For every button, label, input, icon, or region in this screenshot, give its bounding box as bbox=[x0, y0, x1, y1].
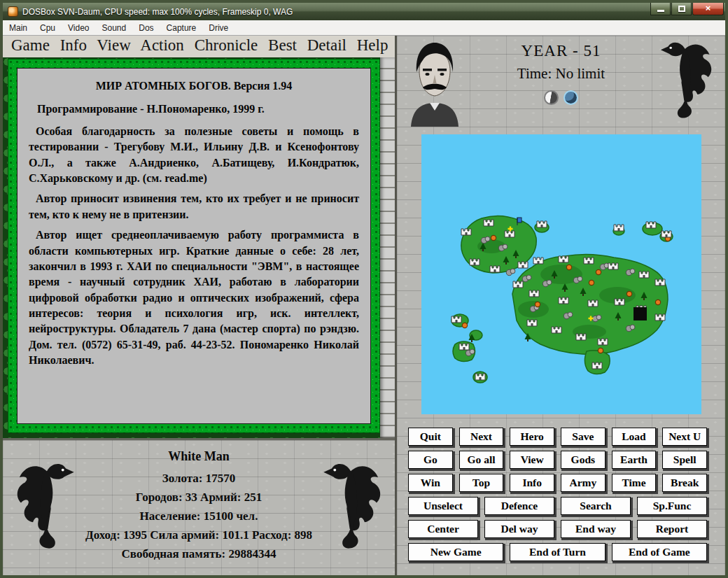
dosbox-window: DOSBox SVN-Daum, CPU speed: max 100% cyc… bbox=[0, 0, 728, 578]
menu-game[interactable]: Game bbox=[11, 36, 50, 54]
menubar-main[interactable]: Main bbox=[3, 20, 34, 35]
window-controls: × bbox=[650, 3, 724, 15]
dialog-title: МИР АТОМНЫХ БОГОВ. Версия 1.94 bbox=[29, 78, 359, 94]
maximize-button[interactable] bbox=[671, 3, 692, 15]
button-break[interactable]: Break bbox=[662, 474, 707, 492]
button-view[interactable]: View bbox=[510, 451, 554, 469]
dialog-job: Автор ищет среднеоплачиваемую работу про… bbox=[29, 227, 359, 369]
button-win[interactable]: Win bbox=[408, 474, 453, 492]
close-icon: × bbox=[706, 3, 711, 13]
button-quit[interactable]: Quit bbox=[408, 428, 453, 446]
stat-cities-armies: Городов: 33 Армий: 251 bbox=[77, 491, 321, 505]
stat-free-memory: Свободная память: 29884344 bbox=[77, 547, 321, 561]
menu-view[interactable]: View bbox=[97, 36, 130, 54]
dragon-left-icon bbox=[10, 456, 77, 560]
about-dialog-text: МИР АТОМНЫХ БОГОВ. Версия 1.94 Программи… bbox=[17, 68, 371, 424]
button-defence[interactable]: Defence bbox=[484, 497, 554, 515]
dialog-thanks: Особая благодарность за полезные советы … bbox=[29, 124, 359, 187]
menu-detail[interactable]: Detail bbox=[307, 36, 346, 54]
menu-action[interactable]: Action bbox=[140, 36, 184, 54]
dosbox-icon bbox=[8, 6, 18, 17]
command-panel: Quit Next Hero Save Load Next U Go Go al… bbox=[408, 428, 707, 566]
button-unselect[interactable]: Unselect bbox=[408, 497, 478, 515]
menubar-sound[interactable]: Sound bbox=[96, 20, 133, 35]
button-go[interactable]: Go bbox=[408, 451, 453, 469]
button-end-of-turn[interactable]: End of Turn bbox=[510, 543, 605, 561]
button-top[interactable]: Top bbox=[459, 474, 504, 492]
button-new-game[interactable]: New Game bbox=[408, 543, 503, 561]
left-panel: Game Info View Action Chronicle Best Det… bbox=[3, 36, 395, 575]
minimize-button[interactable] bbox=[650, 3, 671, 15]
button-search[interactable]: Search bbox=[561, 497, 631, 515]
year-label: YEAR - 51 bbox=[464, 42, 658, 60]
button-next-u[interactable]: Next U bbox=[662, 428, 707, 446]
button-hero[interactable]: Hero bbox=[510, 428, 554, 446]
player-stats-panel: White Man Золота: 17570 Городов: 33 Арми… bbox=[3, 438, 395, 575]
menubar-drive[interactable]: Drive bbox=[202, 20, 234, 35]
button-spell[interactable]: Spell bbox=[662, 451, 707, 469]
menu-help[interactable]: Help bbox=[357, 36, 388, 54]
game-menu-bar: Game Info View Action Chronicle Best Det… bbox=[3, 36, 395, 57]
button-army[interactable]: Army bbox=[561, 474, 606, 492]
button-center[interactable]: Center bbox=[408, 520, 478, 538]
white-player-token[interactable] bbox=[544, 90, 559, 105]
button-time[interactable]: Time bbox=[612, 474, 657, 492]
dialog-apology: Автор приносит извинения тем, кто их тре… bbox=[29, 191, 359, 223]
menubar-capture[interactable]: Capture bbox=[160, 20, 203, 35]
button-sp-func[interactable]: Sp.Func bbox=[637, 497, 707, 515]
button-end-way[interactable]: End way bbox=[561, 520, 631, 538]
selection-cursor bbox=[634, 307, 647, 320]
menu-info[interactable]: Info bbox=[60, 36, 87, 54]
button-load[interactable]: Load bbox=[612, 428, 657, 446]
dialog-zone: МИР АТОМНЫХ БОГОВ. Версия 1.94 Программи… bbox=[3, 57, 395, 438]
menubar-cpu[interactable]: Cpu bbox=[34, 20, 62, 35]
dialog-credits: Программирование - Н.Пономаренко, 1999 г… bbox=[29, 101, 359, 117]
button-report[interactable]: Report bbox=[637, 520, 707, 538]
menu-best[interactable]: Best bbox=[268, 36, 297, 54]
button-save[interactable]: Save bbox=[561, 428, 606, 446]
button-del-way[interactable]: Del way bbox=[484, 520, 554, 538]
stat-population: Население: 15100 чел. bbox=[77, 509, 321, 523]
button-gods[interactable]: Gods bbox=[561, 451, 606, 469]
button-go-all[interactable]: Go all bbox=[459, 451, 504, 469]
minimize-icon bbox=[657, 10, 664, 12]
stat-gold: Золота: 17570 bbox=[77, 472, 321, 486]
hero-portrait bbox=[405, 38, 464, 127]
menu-chronicle[interactable]: Chronicle bbox=[195, 36, 258, 54]
button-info[interactable]: Info bbox=[510, 474, 554, 492]
menubar-dos[interactable]: Dos bbox=[132, 20, 160, 35]
dosbox-menubar: Main Cpu Video Sound Dos Capture Drive bbox=[3, 20, 725, 36]
blue-player-token[interactable] bbox=[564, 90, 578, 105]
window-title: DOSBox SVN-Daum, CPU speed: max 100% cyc… bbox=[22, 7, 293, 17]
close-button[interactable]: × bbox=[692, 3, 724, 15]
menubar-video[interactable]: Video bbox=[62, 20, 95, 35]
hud: YEAR - 51 Time: No limit bbox=[397, 36, 725, 132]
world-map[interactable] bbox=[421, 134, 701, 414]
stat-economy: Доход: 1395 Сила армий: 101.1 Расход: 89… bbox=[77, 528, 321, 542]
time-limit-label: Time: No limit bbox=[464, 65, 658, 83]
dragon-right-icon bbox=[321, 456, 388, 560]
player-stats: White Man Золота: 17570 Городов: 33 Арми… bbox=[77, 449, 321, 566]
right-panel: YEAR - 51 Time: No limit bbox=[395, 36, 725, 575]
titlebar[interactable]: DOSBox SVN-Daum, CPU speed: max 100% cyc… bbox=[3, 3, 725, 20]
button-earth[interactable]: Earth bbox=[612, 451, 657, 469]
maximize-icon bbox=[678, 6, 685, 12]
hud-center: YEAR - 51 Time: No limit bbox=[464, 37, 658, 132]
player-name: White Man bbox=[77, 449, 321, 464]
map-container bbox=[397, 132, 725, 414]
button-end-of-game[interactable]: End of Game bbox=[612, 543, 707, 561]
game-screen: Game Info View Action Chronicle Best Det… bbox=[3, 36, 725, 575]
stone-column-decoration bbox=[380, 57, 395, 438]
dragon-hud-icon bbox=[658, 38, 718, 125]
player-tokens bbox=[464, 90, 658, 105]
about-dialog[interactable]: МИР АТОМНЫХ БОГОВ. Версия 1.94 Программи… bbox=[8, 59, 380, 433]
button-next[interactable]: Next bbox=[459, 428, 504, 446]
